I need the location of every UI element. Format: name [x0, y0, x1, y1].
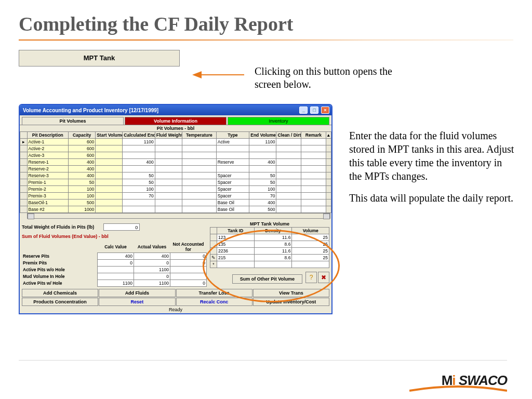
table-row[interactable]: BaseOil-1500Base Oil400 — [20, 200, 331, 206]
col-start[interactable]: Start Volume — [96, 132, 123, 139]
sumcol-act: Actual Values — [134, 241, 170, 253]
logo: Mi SWACO — [442, 373, 507, 389]
table-row[interactable]: Active-2600 — [20, 145, 331, 152]
window-title: Volume Accounting and Product Inventory … — [23, 108, 158, 113]
col-temp[interactable]: Temperature — [182, 132, 216, 139]
sum-row: Premix Pits000 — [22, 260, 207, 267]
mpt-tank-table[interactable]: Tank ID Density Volume 12311.6251358.625… — [210, 227, 329, 268]
arrow-left-icon — [192, 69, 244, 81]
tab-pit-volumes[interactable]: Pit Volumes — [22, 117, 124, 125]
pit-volumes-table[interactable]: Pit Description Capacity Start Volume Ca… — [20, 131, 331, 213]
table-row[interactable]: ▸Active-16001100Active1100 — [20, 139, 331, 145]
sum-fluids-label: Sum of Fluid Volumes (End Value) - bbl — [22, 234, 207, 239]
tab-volume-info[interactable]: Volume Information — [125, 117, 227, 125]
maximize-icon[interactable]: □ — [310, 107, 318, 114]
sumcol-calc: Calc Value — [98, 241, 134, 253]
mpt-new-row[interactable]: * — [210, 261, 329, 268]
sum-row: Active Pits w/o Hole1100 — [22, 267, 207, 273]
col-fw[interactable]: Fluid Weight — [155, 132, 182, 139]
svg-marker-1 — [192, 71, 202, 78]
inventory-window: Volume Accounting and Product Inventory … — [19, 104, 332, 314]
col-cap[interactable]: Capacity — [69, 132, 96, 139]
mpt-row[interactable]: ✎2158.625 — [210, 255, 329, 261]
col-rem[interactable]: Remark — [301, 132, 326, 139]
recalc-conc-button[interactable]: Recalc Conc — [176, 298, 252, 306]
help-icon[interactable]: ? — [305, 272, 317, 283]
table-row[interactable]: Reserve-1400400Reserve400 — [20, 159, 331, 166]
table-row[interactable]: Active-3600 — [20, 152, 331, 159]
sum-row: Active Pits w/ Hole110011000 — [22, 280, 207, 287]
total-weight-label: Total Weight of Fluids in Pits (lb) — [22, 224, 94, 230]
transfer-loss-button[interactable]: Transfer Loss — [176, 289, 252, 297]
mptcol-den[interactable]: Density — [254, 228, 292, 234]
products-concentration-button[interactable]: Products Concentration — [22, 298, 98, 306]
col-desc[interactable]: Pit Description — [27, 132, 68, 139]
col-calc[interactable]: Calculated End Vol. — [123, 132, 155, 139]
exit-icon[interactable]: ✖ — [318, 272, 329, 283]
sum-table: Calc Value Actual Values Not Accounted f… — [22, 241, 207, 287]
mpt-tank-button[interactable]: MPT Tank — [19, 50, 180, 66]
sumcol-na: Not Accounted for — [170, 241, 207, 253]
table-row[interactable]: Premix-15050Spacer50 — [20, 179, 331, 186]
mptcol-id[interactable]: Tank ID — [217, 228, 255, 234]
callout-side-2: This data will populate the daily report… — [349, 191, 515, 205]
total-weight-value: 0 — [103, 223, 140, 231]
callout-top: Clicking on this button opens the screen… — [255, 65, 400, 91]
table-row[interactable]: Base #21000Base Oil500 — [20, 206, 331, 213]
mpt-table-title: MPT Tank Volume — [210, 221, 329, 227]
minimize-icon[interactable]: _ — [299, 107, 308, 114]
col-clean[interactable]: Clean / Dirty — [276, 132, 301, 139]
tab-inventory[interactable]: Inventory — [228, 117, 329, 125]
reset-button[interactable]: Reset — [99, 298, 175, 306]
close-icon[interactable]: × — [321, 107, 329, 114]
sum-row: Reserve Pits4004000 — [22, 253, 207, 260]
col-type[interactable]: Type — [216, 132, 249, 139]
slide-title: Completing the CF Daily Report — [19, 12, 513, 35]
col-end[interactable]: End Volume — [249, 132, 276, 139]
update-inventory-button[interactable]: Update Inventory/Cost — [253, 298, 329, 306]
footer-divider — [19, 360, 507, 361]
horizontal-scrollbar[interactable] — [27, 213, 330, 219]
table-row[interactable]: Premix-2100100Spacer100 — [20, 186, 331, 193]
table-row[interactable]: Reserve-2400 — [20, 166, 331, 172]
table-row[interactable]: Reserve-340050Spacer50 — [20, 172, 331, 179]
callout-side-1: Enter the data for the fluid volumes sto… — [349, 129, 515, 183]
table-row[interactable]: Premix-310070Spacer70 — [20, 193, 331, 200]
status-bar: Ready — [20, 306, 331, 313]
scroll-up-icon[interactable]: ▴ — [326, 132, 331, 139]
divider — [19, 39, 513, 41]
add-fluids-button[interactable]: Add Fluids — [99, 289, 175, 297]
mptcol-vol[interactable]: Volume — [292, 228, 329, 234]
sum-other-pit-button[interactable]: Sum of Other Pit Volume — [232, 274, 302, 284]
pit-volumes-header: Pit Volumes - bbl — [20, 125, 331, 131]
mpt-row[interactable]: 223611.625 — [210, 248, 329, 255]
sum-row: Mud Volume In Hole0 — [22, 273, 207, 280]
add-chemicals-button[interactable]: Add Chemicals — [22, 289, 98, 297]
mpt-row[interactable]: 12311.625 — [210, 234, 329, 241]
view-trans-button[interactable]: View Trans — [253, 289, 329, 297]
mpt-row[interactable]: 1358.625 — [210, 241, 329, 248]
